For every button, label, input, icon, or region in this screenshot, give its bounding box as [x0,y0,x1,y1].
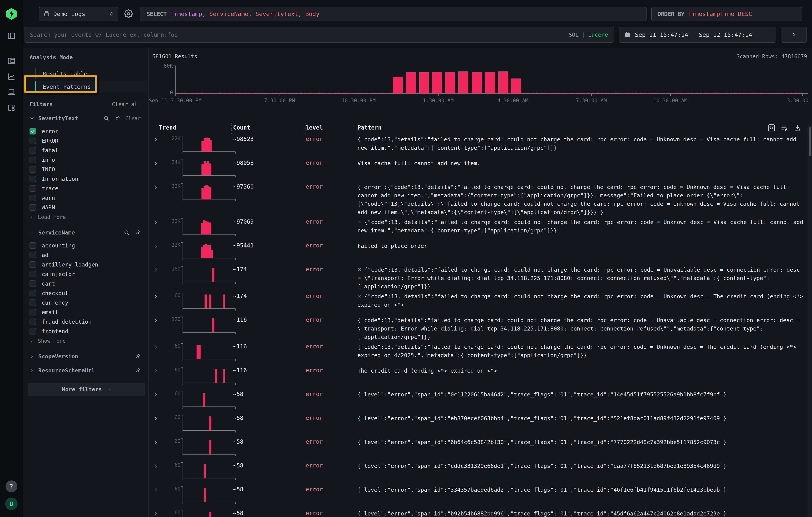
dashboards-icon[interactable] [7,103,16,112]
checkbox[interactable] [30,128,36,135]
checkbox[interactable] [30,156,36,163]
user-avatar[interactable]: U [5,497,18,510]
pattern-row[interactable]: 60~58error{"level":"error","span_id":"6b… [148,436,804,460]
checkbox[interactable] [30,271,36,277]
pattern-text[interactable]: {"level":"error","span_id":"b92b54b6882b… [357,509,804,517]
pattern-row[interactable]: 120~116error{"code":13,"details":"failed… [148,315,804,341]
pattern-row[interactable]: 60~58error{"level":"error","span_id":"b9… [148,508,804,517]
pin-icon[interactable] [114,115,120,121]
expand-row-button[interactable] [153,463,158,469]
pattern-row[interactable]: 22K~98523error{"code":13,"details":"fail… [148,134,804,157]
dismiss-pattern-icon[interactable] [357,267,361,271]
wrap-lines-icon[interactable] [780,123,789,132]
filter-option-warn[interactable]: warn [30,193,148,203]
histogram-bar[interactable] [393,77,403,93]
pattern-row[interactable]: 24K~98058errorVisa cache full: cannot ad… [148,157,804,181]
pattern-text[interactable]: Visa cache full: cannot add new item. [357,159,804,168]
app-logo-icon[interactable] [5,8,17,20]
expand-row-button[interactable] [153,416,158,421]
expand-row-button[interactable] [153,184,158,190]
chevron-right-icon[interactable] [30,354,34,359]
pattern-row[interactable]: 60~58error{"level":"error","span_id":"0c… [148,389,804,412]
search-icon[interactable] [103,115,109,121]
order-by-input[interactable]: ORDER BY TimestampTime DESC [651,7,802,21]
filter-option-info[interactable]: INFO [30,165,148,174]
vertical-scrollbar[interactable] [808,123,812,517]
checkbox[interactable] [30,299,36,306]
expand-row-button[interactable] [153,392,158,398]
results-histogram[interactable]: 80K 0 Sep 11 3:30:00 PM7:30:00 PM10:30:0… [148,63,812,103]
filter-option-information[interactable]: Information [30,174,148,184]
expand-row-button[interactable] [153,439,158,445]
search-mode-lucene[interactable]: Lucene [588,31,608,38]
pattern-text[interactable]: {"code":13,"details":"failed to charge c… [357,135,804,152]
chevron-down-icon[interactable] [30,116,34,121]
checkbox[interactable] [30,280,36,287]
checkbox[interactable] [30,204,36,211]
filter-option-accounting[interactable]: accounting [30,241,148,250]
pattern-text[interactable]: {"level":"error","span_id":"334357bae9ed… [357,486,804,494]
histogram-bar[interactable] [485,72,495,93]
expand-row-button[interactable] [153,294,158,299]
search-icon[interactable] [124,230,130,236]
pattern-text[interactable]: {"code":13,"details":"failed to charge c… [357,343,804,360]
expand-row-button[interactable] [153,344,158,350]
checkbox[interactable] [30,166,36,173]
histogram-bar[interactable] [406,72,416,93]
expand-row-button[interactable] [153,161,158,166]
expand-row-button[interactable] [153,511,158,517]
chart-explorer-icon[interactable] [7,72,16,81]
filter-group-header[interactable]: ScopeVersion [30,353,148,360]
filter-group-header[interactable]: ServiceName [30,229,148,236]
filter-option-fatal[interactable]: fatal [30,146,148,155]
search-input[interactable]: Search your events w/ Lucene ex. column:… [24,27,614,43]
pattern-row[interactable]: 60~116errorThe credit card (ending <*> e… [148,365,804,389]
checkbox[interactable] [30,261,36,268]
filter-option-cart[interactable]: cart [30,279,148,288]
filter-option-cainjector[interactable]: cainjector [30,269,148,279]
search-logs-icon[interactable] [7,56,16,65]
checkbox[interactable] [30,138,36,144]
expand-row-button[interactable] [153,368,158,374]
pattern-row[interactable]: 60~58error{"level":"error","span_id":"33… [148,484,804,508]
checkbox[interactable] [30,147,36,153]
checkbox[interactable] [30,185,36,192]
pattern-text[interactable]: {"level":"error","span_id":"0c11220615ba… [357,390,804,399]
column-header-count[interactable]: Count [233,124,250,131]
filter-option-artillery-loadgen[interactable]: artillery-loadgen [30,260,148,269]
pattern-text[interactable]: {"code":13,"details":"failed to charge c… [357,218,804,235]
pin-icon[interactable] [135,230,141,236]
filter-option-fraud-detection[interactable]: fraud-detection [30,317,148,326]
scrollbar-thumb[interactable] [809,127,811,156]
chevron-down-icon[interactable] [30,230,34,235]
checkbox[interactable] [30,318,36,325]
dismiss-pattern-icon[interactable] [357,294,361,298]
expand-row-button[interactable] [153,220,158,225]
column-header-level[interactable]: level [306,124,323,131]
source-select[interactable]: Demo Logs [39,7,118,21]
checkbox[interactable] [30,309,36,315]
expand-row-button[interactable] [153,318,158,323]
filter-group-header[interactable]: SeverityTextClear [30,115,148,121]
search-language-toggle[interactable]: SQL|Lucene [569,31,608,38]
filter-group-clear-button[interactable]: Clear [125,115,141,121]
sidebar-toggle-icon[interactable] [7,31,16,40]
clear-all-filters-button[interactable]: Clear all [112,101,141,108]
filter-option-error[interactable]: error [30,126,148,136]
histogram-bar[interactable] [432,72,442,93]
pattern-row[interactable]: 22K~95441errorFailed to place order [148,240,804,264]
pattern-text[interactable]: {"code":13,"details":"failed to charge c… [357,316,804,341]
pattern-text[interactable]: {"error":{"code":13,"details":"failed to… [357,183,804,217]
select-clause-input[interactable]: SELECT Timestamp, ServiceName, SeverityT… [140,7,646,21]
column-header-pattern[interactable]: Pattern [357,124,381,131]
histogram-bar[interactable] [472,72,482,93]
expand-row-button[interactable] [153,137,158,143]
pin-icon[interactable] [135,353,141,360]
filter-option-info[interactable]: info [30,155,148,165]
pattern-row[interactable]: 22K~97069error{"code":13,"details":"fail… [148,217,804,240]
pattern-text[interactable]: {"level":"error","span_id":"eb870ecef063… [357,414,804,423]
pattern-text[interactable]: {"level":"error","span_id":"6b64c6c58842… [357,438,804,446]
code-view-icon[interactable] [767,123,776,132]
chevron-right-icon[interactable] [30,368,34,373]
search-mode-sql[interactable]: SQL [569,31,579,38]
